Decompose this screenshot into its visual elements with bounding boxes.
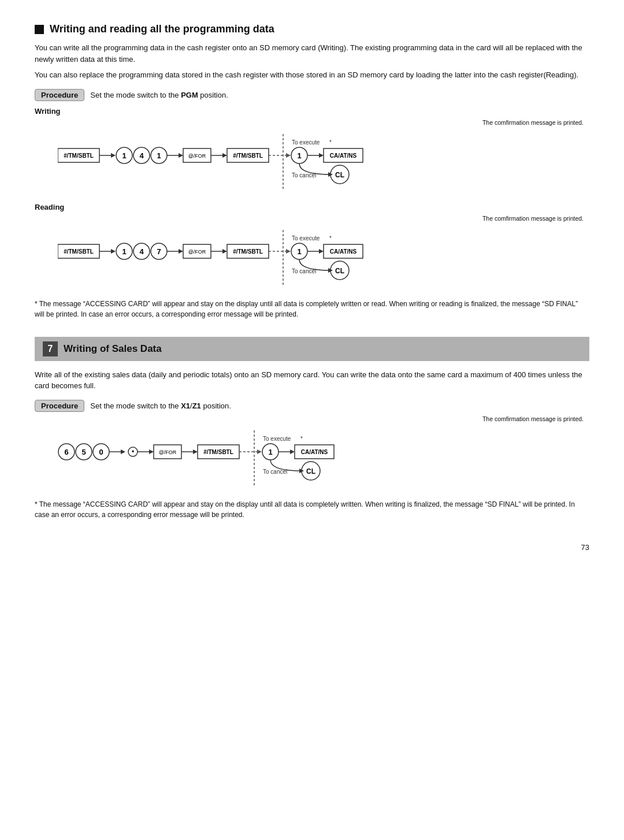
svg-text:@/FOR: @/FOR (159, 449, 177, 455)
svg-text:1: 1 (122, 247, 126, 256)
writing-diagram: The comfirmation message is printed. #/T… (58, 119, 589, 194)
svg-text:@/FOR: @/FOR (188, 249, 206, 255)
section-7-title: Writing of Sales Data (64, 343, 162, 355)
svg-text:#/TM/SBTL: #/TM/SBTL (64, 248, 94, 255)
svg-marker-11 (179, 153, 183, 158)
svg-text:CA/AT/NS: CA/AT/NS (330, 153, 357, 159)
sales-flow-svg: 6 5 0 • @/FOR #/TM/SBTL (58, 425, 462, 488)
sales-data-diagram: The comfirmation message is printed. 6 5… (58, 415, 589, 490)
svg-text:CL: CL (335, 267, 344, 275)
svg-marker-92 (290, 449, 295, 454)
reading-diagram: The comfirmation message is printed. #/T… (58, 215, 589, 289)
confirm-msg-7: The comfirmation message is printed. (58, 415, 589, 422)
svg-text:#/TM/SBTL: #/TM/SBTL (203, 449, 233, 455)
procedure-row-1: Procedure Set the mode switch to the PGM… (35, 89, 589, 101)
svg-text:@/FOR: @/FOR (188, 153, 206, 159)
svg-text:To execute: To execute (263, 436, 291, 442)
section-7-number: 7 (43, 341, 58, 356)
writing-label: Writing (35, 107, 589, 116)
description-1: You can write all the programming data i… (35, 42, 589, 65)
svg-marker-86 (257, 449, 262, 454)
svg-marker-15 (222, 153, 227, 158)
svg-marker-48 (222, 249, 227, 254)
svg-marker-53 (286, 249, 291, 254)
section-writing-reading: Writing and reading all the programming … (35, 23, 589, 319)
svg-text:CL: CL (306, 467, 315, 475)
section-title-1: Writing and reading all the programming … (35, 23, 589, 35)
svg-text:To execute: To execute (292, 139, 320, 146)
svg-text:CA/AT/NS: CA/AT/NS (330, 248, 357, 255)
writing-flow-svg: #/TM/SBTL 1 4 1 @/FOR #/TM/SB (58, 128, 462, 192)
procedure-badge-1: Procedure (35, 89, 84, 101)
svg-text:1: 1 (157, 151, 161, 160)
svg-text:*: * (300, 436, 303, 442)
svg-text:1: 1 (297, 151, 301, 160)
svg-text:4: 4 (139, 247, 144, 256)
procedure-instruction-1: Set the mode switch to the PGM position. (90, 91, 228, 99)
confirm-msg-reading: The comfirmation message is printed. (58, 215, 589, 222)
svg-text:*: * (329, 139, 332, 146)
svg-text:7: 7 (157, 247, 161, 256)
svg-marker-20 (286, 153, 291, 158)
svg-text:#/TM/SBTL: #/TM/SBTL (64, 153, 94, 159)
footnote-1: * The message “ACCESSING CARD” will appe… (35, 299, 589, 319)
description-2: You can also replace the programming dat… (35, 69, 589, 81)
black-square-icon (35, 25, 44, 34)
svg-text:1: 1 (297, 247, 301, 256)
svg-marker-81 (193, 449, 198, 454)
svg-marker-36 (111, 249, 116, 254)
procedure-row-7: Procedure Set the mode switch to the X1/… (35, 400, 589, 412)
svg-text:6: 6 (64, 448, 68, 456)
procedure-badge-7: Procedure (35, 400, 84, 412)
svg-text:CA/AT/NS: CA/AT/NS (301, 449, 328, 455)
section-7-description: Write all of the existing sales data (da… (35, 369, 589, 392)
page-number: 73 (35, 543, 589, 552)
footnote-7: * The message “ACCESSING CARD” will appe… (35, 499, 589, 520)
reading-flow-svg: #/TM/SBTL 1 4 7 @/FOR #/TM/SB (58, 224, 462, 288)
svg-text:#/TM/SBTL: #/TM/SBTL (233, 248, 263, 255)
svg-marker-59 (319, 249, 324, 254)
section-7: 7 Writing of Sales Data Write all of the… (35, 337, 589, 520)
reading-label: Reading (35, 203, 589, 211)
svg-marker-73 (121, 449, 125, 454)
section-7-header: 7 Writing of Sales Data (35, 337, 589, 361)
svg-marker-3 (111, 153, 116, 158)
svg-marker-26 (319, 153, 324, 158)
svg-marker-77 (149, 449, 154, 454)
svg-marker-44 (179, 249, 183, 254)
procedure-instruction-7: Set the mode switch to the X1/Z1 positio… (90, 402, 231, 410)
svg-text:*: * (329, 235, 332, 241)
svg-text:1: 1 (122, 151, 126, 160)
svg-text:#/TM/SBTL: #/TM/SBTL (233, 153, 263, 159)
svg-text:0: 0 (99, 448, 103, 456)
svg-text:4: 4 (139, 151, 144, 160)
svg-text:•: • (132, 448, 134, 456)
svg-text:5: 5 (81, 448, 86, 456)
confirm-msg-writing: The comfirmation message is printed. (58, 119, 589, 126)
svg-text:To execute: To execute (292, 235, 320, 241)
svg-text:CL: CL (335, 171, 344, 179)
svg-text:1: 1 (268, 448, 272, 456)
